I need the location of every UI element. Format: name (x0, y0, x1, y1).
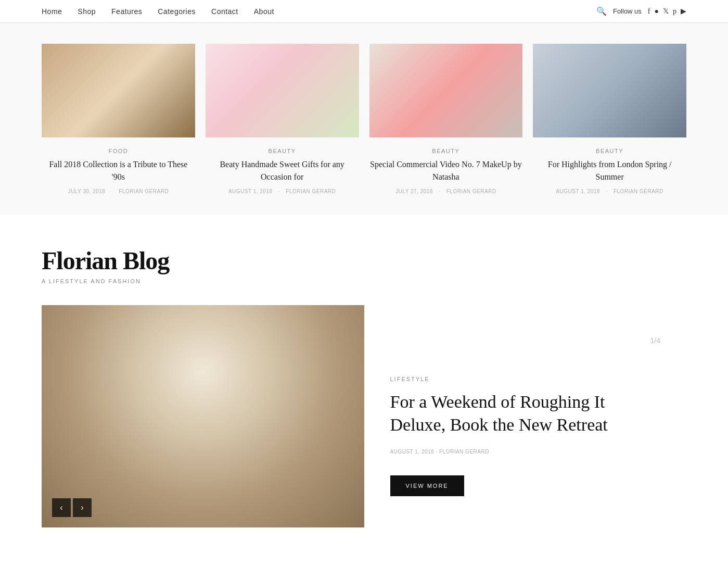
nav-right: 🔍 Follow us f ● 𝕏 p ▶ (596, 6, 686, 16)
featured-date: AUGUST 1, 2018 (390, 449, 435, 455)
item-author-1: FLORIAN GERARD (286, 188, 336, 194)
florian-header: Florian Blog A LIFESTYLE AND FASHION (42, 246, 686, 284)
youtube-icon[interactable]: ▶ (681, 7, 686, 16)
nav-links: Home Shop Features Categories Contact Ab… (42, 7, 274, 16)
item-date-1: AUGUST 1, 2018 (228, 188, 273, 194)
nav-contact[interactable]: Contact (211, 7, 238, 16)
item-date-0: JULY 30, 2018 (68, 188, 106, 194)
category-label-2: BEAUTY (369, 148, 523, 154)
nav-features[interactable]: Features (111, 7, 142, 16)
grid-item-0: FOOD Fall 2018 Collection is a Tribute t… (42, 44, 195, 194)
featured-author: FLORIAN GERARD (439, 449, 489, 455)
social-icons: f ● 𝕏 p ▶ (648, 7, 686, 16)
grid-item-1: BEAUTY Beaty Handmade Sweet Gifts for an… (206, 44, 359, 194)
twitter-icon[interactable]: 𝕏 (663, 7, 669, 16)
grid-image-0 (42, 44, 195, 137)
item-title-0[interactable]: Fall 2018 Collection is a Tribute to The… (42, 158, 195, 183)
grid-container: FOOD Fall 2018 Collection is a Tribute t… (42, 44, 686, 194)
category-label-3: BEAUTY (533, 148, 686, 154)
item-title-1[interactable]: Beaty Handmade Sweet Gifts for any Occas… (206, 158, 359, 183)
featured-title: For a Weekend of Roughing It Deluxe, Boo… (390, 391, 661, 436)
florian-blog-section: Florian Blog A LIFESTYLE AND FASHION ‹ ›… (0, 215, 728, 527)
next-slide-button[interactable]: › (73, 498, 92, 517)
featured-meta: AUGUST 1, 2018 · FLORIAN GERARD (390, 449, 661, 455)
item-date-2: JULY 27, 2018 (395, 188, 433, 194)
item-title-2[interactable]: Special Commercial Video No. 7 MakeUp by… (369, 158, 523, 183)
pinterest-icon[interactable]: p (673, 7, 676, 16)
featured-grid: FOOD Fall 2018 Collection is a Tribute t… (0, 23, 728, 215)
item-title-3[interactable]: For Highlights from London Spring / Summ… (533, 158, 686, 183)
featured-category: LIFESTYLE (390, 376, 661, 382)
nav-arrows: ‹ › (52, 498, 92, 517)
category-label-0: FOOD (42, 148, 195, 154)
item-meta-3: AUGUST 1, 2018 · FLORIAN GERARD (533, 188, 686, 194)
featured-image-wrap: ‹ › (42, 305, 364, 527)
florian-subtitle: A LIFESTYLE AND FASHION (42, 278, 686, 284)
item-author-0: FLORIAN GERARD (119, 188, 169, 194)
nav-shop[interactable]: Shop (78, 7, 96, 16)
florian-title: Florian Blog (42, 246, 686, 275)
grid-image-2 (369, 44, 523, 137)
grid-image-3 (533, 44, 686, 137)
item-meta-1: AUGUST 1, 2018 · FLORIAN GERARD (206, 188, 359, 194)
item-author-3: FLORIAN GERARD (614, 188, 663, 194)
grid-item-3: BEAUTY For Highlights from London Spring… (533, 44, 686, 194)
featured-content: 1/4 LIFESTYLE For a Weekend of Roughing … (364, 305, 687, 527)
navigation: Home Shop Features Categories Contact Ab… (0, 0, 728, 23)
grid-image-1 (206, 44, 359, 137)
featured-post: ‹ › 1/4 LIFESTYLE For a Weekend of Rough… (42, 305, 686, 527)
instagram-icon[interactable]: ● (655, 7, 659, 16)
category-label-1: BEAUTY (206, 148, 359, 154)
item-meta-0: JULY 30, 2018 · FLORIAN GERARD (42, 188, 195, 194)
featured-image (42, 305, 364, 527)
view-more-button[interactable]: VIEW MORE (390, 475, 464, 496)
grid-item-2: BEAUTY Special Commercial Video No. 7 Ma… (369, 44, 523, 194)
follow-us-label: Follow us (613, 7, 642, 15)
item-meta-2: JULY 27, 2018 · FLORIAN GERARD (369, 188, 523, 194)
facebook-icon[interactable]: f (648, 7, 650, 16)
nav-home[interactable]: Home (42, 7, 62, 16)
nav-categories[interactable]: Categories (158, 7, 196, 16)
item-author-2: FLORIAN GERARD (446, 188, 496, 194)
prev-slide-button[interactable]: ‹ (52, 498, 71, 517)
item-date-3: AUGUST 1, 2018 (556, 188, 600, 194)
nav-about[interactable]: About (254, 7, 274, 16)
featured-image-bg (42, 305, 364, 527)
search-icon[interactable]: 🔍 (596, 6, 607, 16)
slide-counter: 1/4 (390, 336, 661, 345)
